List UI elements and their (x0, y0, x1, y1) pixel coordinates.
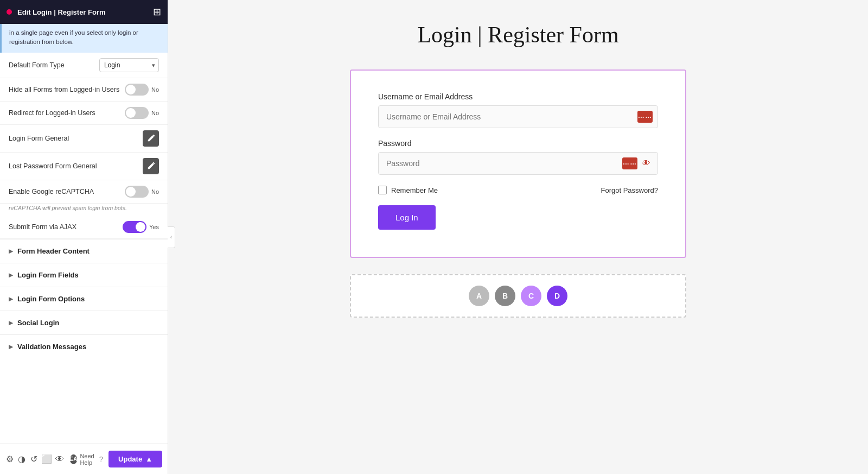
sidebar-collapse-button[interactable]: ‹ (168, 226, 175, 248)
default-form-type-select-wrapper: Login Register (99, 58, 159, 72)
need-help-label: Need Help (80, 453, 96, 466)
login-form-container: Username or Email Address Password 👁 (350, 69, 686, 258)
submit-ajax-toggle-wrap: Yes (123, 221, 159, 233)
enable-recaptcha-row: Enable Google reCAPTCHA No (0, 180, 168, 204)
accordion-validation-messages-toggle[interactable]: ▶ Validation Messages (0, 335, 168, 358)
username-dots-icon[interactable] (637, 111, 653, 123)
accordion-social-login: ▶ Social Login (0, 311, 168, 334)
enable-recaptcha-value: No (151, 188, 159, 195)
login-form-general-row: Login Form General (0, 125, 168, 153)
redirect-logged-in-toggle-wrap: No (125, 107, 159, 119)
circle-btn-3[interactable]: C (521, 286, 541, 306)
info-banner: in a single page even if you select only… (0, 24, 168, 53)
remember-left: Remember Me (378, 186, 438, 194)
topbar-dot (7, 9, 12, 15)
pages-icon[interactable]: ⬜ (41, 451, 52, 468)
accordion-login-form-fields: ▶ Login Form Fields (0, 263, 168, 287)
hide-logged-in-label: Hide all Forms from Logged-in Users (9, 86, 125, 93)
dashed-box: A B C D (350, 274, 686, 318)
accordion-login-form-options-toggle[interactable]: ▶ Login Form Options (0, 287, 168, 311)
remember-me-label: Remember Me (391, 186, 438, 194)
circle-btn-2[interactable]: B (495, 286, 515, 306)
password-input[interactable] (378, 152, 658, 175)
hide-logged-in-toggle-wrap: No (125, 84, 159, 96)
redirect-logged-in-toggle[interactable] (125, 107, 149, 119)
main-area: Login | Register Form Username or Email … (168, 0, 868, 474)
redirect-logged-in-value: No (151, 110, 159, 116)
username-field-wrap (378, 105, 658, 128)
chevron-right-icon: ▶ (9, 248, 13, 254)
default-form-type-select[interactable]: Login Register (99, 58, 159, 72)
accordion-validation-messages-label: Validation Messages (17, 343, 86, 351)
enable-recaptcha-toggle-wrap: No (125, 186, 159, 198)
accordion-social-login-toggle[interactable]: ▶ Social Login (0, 311, 168, 334)
update-button[interactable]: Update ▲ (108, 451, 162, 467)
chevron-right-icon-4: ▶ (9, 320, 13, 326)
username-icon-btn[interactable] (637, 111, 653, 123)
need-help-link[interactable]: EA Need Help ? (68, 453, 106, 466)
recaptcha-note: reCAPTCHA will prevent spam login from b… (0, 204, 168, 216)
layers-icon[interactable]: ◑ (17, 451, 26, 468)
accordion-form-header-toggle[interactable]: ▶ Form Header Content (0, 239, 168, 263)
chevron-right-icon-5: ▶ (9, 344, 13, 350)
enable-recaptcha-label: Enable Google reCAPTCHA (9, 188, 125, 195)
page-title: Login | Register Form (417, 22, 618, 48)
submit-ajax-toggle[interactable] (123, 221, 146, 233)
redirect-logged-in-label: Redirect for Logged-in Users (9, 109, 125, 117)
forgot-password-link[interactable]: Forgot Password? (601, 186, 659, 194)
lost-password-form-general-label: Lost Password Form General (9, 162, 143, 170)
login-button[interactable]: Log In (378, 205, 436, 230)
circle-btn-1[interactable]: A (469, 286, 489, 306)
accordion-login-form-options-label: Login Form Options (17, 295, 85, 303)
bottom-bar: ⚙ ◑ ↺ ⬜ 👁 EA Need Help ? Update ▲ (0, 444, 168, 474)
username-input[interactable] (378, 105, 658, 128)
circle-btn-4[interactable]: D (547, 286, 567, 306)
hide-logged-in-value: No (151, 86, 159, 93)
enable-recaptcha-toggle[interactable] (125, 186, 149, 198)
help-circle-icon: ? (99, 455, 103, 463)
settings-icon[interactable]: ⚙ (5, 451, 14, 468)
topbar-title: Edit Login | Register Form (17, 8, 148, 16)
hide-logged-in-toggle[interactable] (125, 84, 149, 96)
password-eye-icon[interactable]: 👁 (640, 157, 653, 170)
lost-password-form-general-row: Lost Password Form General (0, 153, 168, 180)
accordion-login-form-options: ▶ Login Form Options (0, 287, 168, 311)
grid-icon[interactable]: ⊞ (153, 6, 161, 18)
accordion-form-header-label: Form Header Content (17, 247, 90, 255)
chevron-right-icon-3: ▶ (9, 296, 13, 302)
accordion-login-form-fields-label: Login Form Fields (17, 271, 79, 279)
submit-ajax-value: Yes (149, 224, 159, 230)
accordion-login-form-fields-toggle[interactable]: ▶ Login Form Fields (0, 263, 168, 287)
password-label: Password (378, 139, 658, 148)
update-label: Update (118, 455, 142, 463)
topbar: Edit Login | Register Form ⊞ (0, 0, 168, 24)
login-form-general-label: Login Form General (9, 135, 143, 142)
password-dots-icon[interactable] (622, 157, 637, 169)
eye-icon[interactable]: 👁 (55, 451, 64, 468)
hide-logged-in-row: Hide all Forms from Logged-in Users No (0, 78, 168, 102)
password-field-wrap: 👁 (378, 152, 658, 175)
sidebar: Edit Login | Register Form ⊞ in a single… (0, 0, 168, 474)
submit-ajax-row: Submit Form via AJAX Yes (0, 216, 168, 239)
history-icon[interactable]: ↺ (29, 451, 38, 468)
remember-me-checkbox[interactable] (378, 186, 387, 194)
username-label: Username or Email Address (378, 92, 658, 101)
password-icon-wrap: 👁 (622, 157, 653, 170)
chevron-right-icon-2: ▶ (9, 272, 13, 278)
redirect-logged-in-row: Redirect for Logged-in Users No (0, 102, 168, 125)
accordion-form-header: ▶ Form Header Content (0, 239, 168, 263)
login-form-general-edit-button[interactable] (143, 130, 159, 147)
lost-password-form-general-edit-button[interactable] (143, 158, 159, 174)
accordion-social-login-label: Social Login (17, 319, 59, 327)
default-form-type-row: Default Form Type Login Register (0, 53, 168, 78)
sidebar-content: Default Form Type Login Register Hide al… (0, 53, 168, 475)
submit-ajax-label: Submit Form via AJAX (9, 223, 123, 231)
need-help-avatar: EA (70, 454, 78, 464)
chevron-up-icon: ▲ (145, 455, 152, 463)
default-form-type-label: Default Form Type (9, 61, 99, 69)
remember-row: Remember Me Forgot Password? (378, 186, 658, 194)
accordion-validation-messages: ▶ Validation Messages (0, 334, 168, 358)
